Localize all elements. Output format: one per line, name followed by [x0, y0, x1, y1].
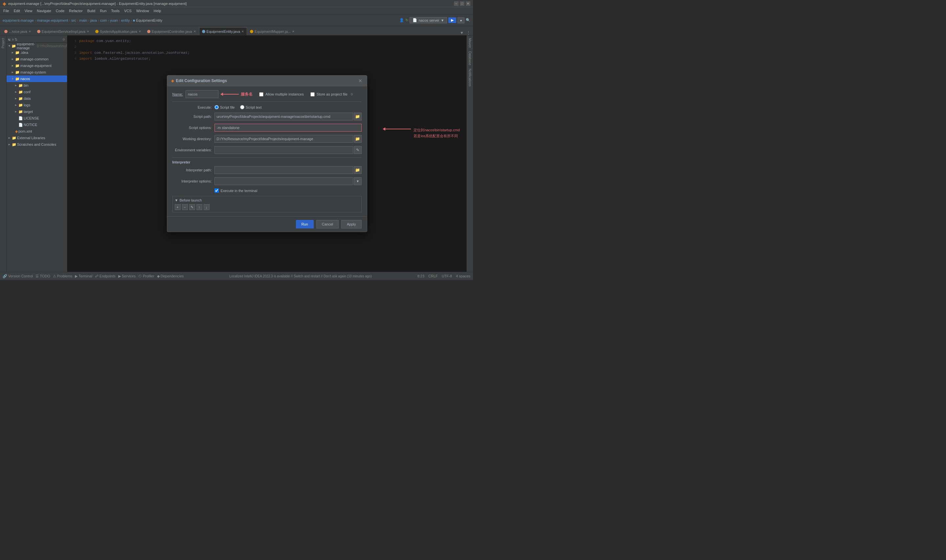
working-dir-browse-button[interactable]: 📁	[354, 135, 362, 143]
sidebar-sort-icon[interactable]: ⇅	[14, 37, 17, 42]
menu-tools[interactable]: Tools	[109, 8, 122, 14]
breadcrumb-com[interactable]: com	[100, 18, 107, 22]
before-launch-down-button[interactable]: ↓	[203, 204, 210, 210]
tab-settings-button[interactable]: ⋮	[465, 31, 472, 35]
sidebar-item-logs[interactable]: ► 📁 logs	[6, 102, 67, 108]
radio-script-text[interactable]: Script text	[240, 105, 262, 109]
notifications-tab-label[interactable]: Notifications	[467, 67, 472, 88]
before-launch-up-button[interactable]: ↑	[196, 204, 202, 210]
interpreter-options-input[interactable]	[214, 177, 353, 185]
sidebar-item-scratches[interactable]: ► 📁 Scratches and Consoles	[6, 141, 67, 148]
minimize-button[interactable]: −	[454, 1, 459, 6]
script-path-input[interactable]	[214, 112, 353, 120]
env-vars-input[interactable]	[214, 146, 353, 154]
version-control-status[interactable]: 🔗 Version Control	[3, 274, 33, 278]
search-button[interactable]: 🔍	[466, 18, 470, 22]
radio-script-text-input[interactable]	[240, 105, 244, 109]
tab-close-service[interactable]: ✕	[29, 30, 31, 33]
breadcrumb-class[interactable]: EquipmentEntity	[136, 18, 162, 22]
interpreter-path-input[interactable]	[214, 166, 353, 174]
script-options-input[interactable]	[214, 124, 362, 132]
cancel-button[interactable]: Cancel	[316, 220, 339, 228]
sidebar-item-bin[interactable]: ► 📁 bin	[6, 82, 67, 89]
sidebar-item-idea[interactable]: ► 📁 .idea	[6, 49, 67, 56]
breadcrumb-src[interactable]: src	[71, 18, 76, 22]
problems-status[interactable]: ⚠ Problems	[53, 274, 72, 278]
script-path-browse-button[interactable]: 📁	[354, 112, 362, 120]
apply-button[interactable]: Apply	[341, 220, 362, 228]
profiler-status[interactable]: ⏲ Profiler	[138, 274, 154, 278]
interpreter-path-browse-button[interactable]: 📁	[354, 166, 362, 174]
database-tab-label[interactable]: Database	[467, 50, 472, 67]
status-crlf[interactable]: CRLF	[428, 274, 438, 278]
window-controls[interactable]: − □ ✕	[454, 1, 470, 6]
sidebar-item-common[interactable]: ► 📁 manage-common	[6, 56, 67, 62]
breadcrumb-yuan[interactable]: yuan	[110, 18, 118, 22]
breadcrumb-java[interactable]: java	[90, 18, 97, 22]
maven-tab-label[interactable]: Maven	[467, 37, 472, 49]
before-launch-remove-button[interactable]: −	[182, 204, 188, 210]
sidebar-item-conf[interactable]: ► 📁 conf	[6, 89, 67, 95]
tab-close-controller[interactable]: ✕	[194, 30, 196, 33]
maximize-button[interactable]: □	[460, 1, 464, 6]
endpoints-status[interactable]: ☍ Endpoints	[95, 274, 116, 278]
radio-script-file[interactable]: Script file	[214, 105, 235, 109]
run-button[interactable]: ▶	[448, 17, 456, 23]
dependencies-status[interactable]: ◆ Dependencies	[157, 274, 183, 278]
radio-script-file-input[interactable]	[214, 105, 219, 109]
before-launch-add-button[interactable]: +	[175, 204, 181, 210]
sidebar-item-license[interactable]: ► 📄 LICENSE	[6, 115, 67, 122]
breadcrumb-main[interactable]: main	[79, 18, 87, 22]
tab-close-entity[interactable]: ✕	[242, 30, 244, 33]
store-project-checkbox[interactable]	[310, 92, 315, 97]
tab-controller[interactable]: EquipmentController.java ✕	[144, 27, 199, 35]
menu-run[interactable]: Run	[98, 8, 108, 14]
tab-overflow-button[interactable]: ▼	[459, 31, 465, 35]
sidebar-item-target[interactable]: ► 📁 target	[6, 108, 67, 115]
breadcrumb-module[interactable]: manage-equipment	[37, 18, 68, 22]
interpreter-options-btn[interactable]: ▾	[354, 177, 362, 185]
todo-status[interactable]: ☰ TODO	[35, 274, 50, 278]
menu-edit[interactable]: Edit	[12, 8, 22, 14]
menu-window[interactable]: Window	[134, 8, 151, 14]
execute-terminal-checkbox[interactable]	[214, 188, 219, 193]
tab-close-serviceimpl[interactable]: ✕	[87, 30, 89, 33]
working-dir-input[interactable]	[214, 135, 353, 143]
env-vars-edit-button[interactable]: ✎	[354, 146, 362, 154]
tab-entity[interactable]: EquipmentEntity.java ✕	[199, 27, 247, 35]
tab-service[interactable]: ...rvice.java ✕	[1, 27, 34, 35]
sidebar-item-equipment-manage[interactable]: ▼ 📁 equipment-manage D:\YhcResource\myPr…	[6, 43, 67, 49]
menu-file[interactable]: File	[1, 8, 11, 14]
menu-view[interactable]: View	[23, 8, 34, 14]
menu-build[interactable]: Build	[85, 8, 97, 14]
sidebar-gear-icon[interactable]: ⛭	[62, 37, 66, 42]
debug-button[interactable]: ●	[458, 17, 464, 23]
dialog-close-button[interactable]: ✕	[358, 78, 363, 83]
terminal-status[interactable]: ▶ Terminal	[75, 274, 92, 278]
update-icon[interactable]: ↻	[405, 18, 408, 22]
name-input[interactable]	[186, 90, 219, 98]
sidebar-item-external-libs[interactable]: ► 📁 External Libraries	[6, 135, 67, 141]
settings-gear-icon[interactable]: ⛭	[350, 92, 354, 96]
status-indent[interactable]: 4 spaces	[456, 274, 470, 278]
before-launch-collapse-icon[interactable]: ▼	[175, 198, 178, 202]
sidebar-item-equipment[interactable]: ► 📁 manage-equipment	[6, 62, 67, 69]
menu-vcs[interactable]: VCS	[122, 8, 134, 14]
sidebar-localize-icon[interactable]: ☯	[8, 37, 11, 42]
tab-close-systemapp[interactable]: ✕	[139, 30, 141, 33]
close-button[interactable]: ✕	[466, 1, 470, 6]
tab-mapper[interactable]: EquipmentMapper.ja... ✕	[247, 27, 297, 35]
menu-help[interactable]: Help	[152, 8, 163, 14]
menu-refactor[interactable]: Refactor	[67, 8, 85, 14]
menu-navigate[interactable]: Navigate	[35, 8, 53, 14]
sidebar-item-nacos[interactable]: ▼ 📁 nacos	[6, 75, 67, 82]
sidebar-item-notice[interactable]: ► 📄 NOTICE	[6, 122, 67, 128]
status-charset[interactable]: UTF-8	[442, 274, 452, 278]
tab-systemapp[interactable]: SystemApplication.java ✕	[92, 27, 144, 35]
run-dialog-button[interactable]: Run	[296, 220, 314, 228]
allow-multiple-checkbox[interactable]	[259, 92, 263, 97]
tab-serviceimpl[interactable]: EquipmentServiceImpl.java ✕	[34, 27, 92, 35]
sidebar-item-system[interactable]: ► 📁 manage-system	[6, 69, 67, 75]
menu-code[interactable]: Code	[54, 8, 66, 14]
sidebar-collapse-icon[interactable]: ≡	[12, 37, 14, 42]
